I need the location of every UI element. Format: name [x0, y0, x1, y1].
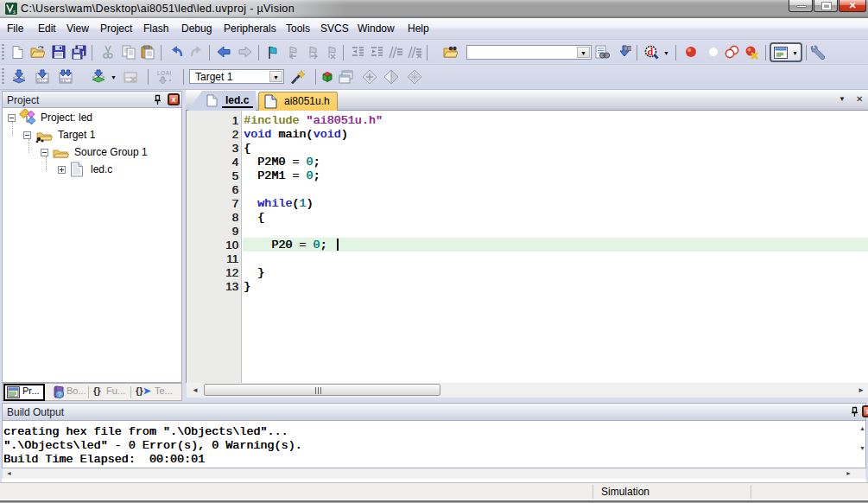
- svg-text:s: s: [13, 8, 16, 16]
- svg-text:d: d: [647, 46, 653, 58]
- svg-text:?: ?: [58, 391, 62, 398]
- svg-text:LOAD: LOAD: [157, 70, 171, 76]
